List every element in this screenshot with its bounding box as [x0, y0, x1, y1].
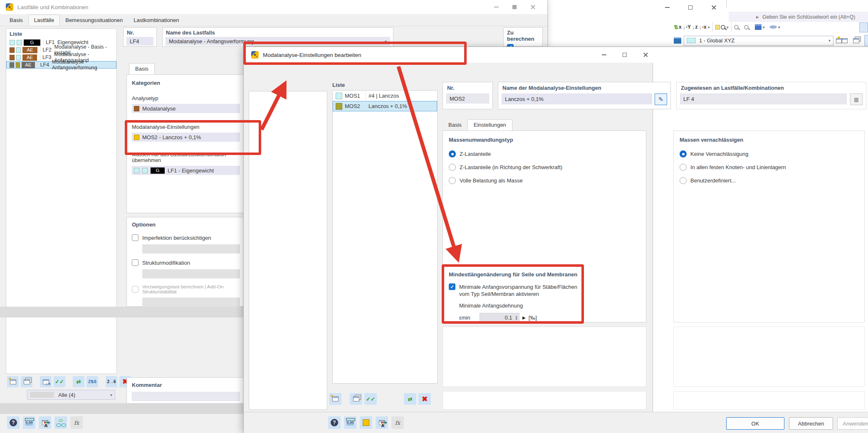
displaysettingsicon[interactable]: A — [376, 416, 388, 429]
list-item[interactable]: MOS1 #4 | Lanczos — [333, 91, 437, 101]
zoom-in-icon[interactable] — [734, 25, 739, 30]
radio-option[interactable]: In allen festen Knoten- und Linienlagern — [680, 164, 858, 171]
radio-option[interactable]: Volle Belastung als Masse — [449, 177, 640, 184]
manage-views-icon[interactable] — [850, 35, 862, 46]
bg-minimize-button[interactable] — [658, 1, 676, 14]
filter-dropdown[interactable]: Alle (4) ▾ — [27, 390, 115, 400]
emin-spinner[interactable]: 0.1 ▲▼ — [480, 313, 519, 322]
dialog-titlebar: Lastfälle und Kombinationen — [0, 0, 547, 14]
views-icon[interactable] — [674, 37, 681, 44]
verzweigungslast-checkbox — [132, 286, 138, 293]
wireframe-model-icon[interactable] — [769, 25, 777, 29]
mos-value[interactable]: MOS2 - Lanczos + 0,1% — [132, 133, 240, 142]
search-strip[interactable]: ▶ Geben Sie ein Schlüsselwort ein (Alt+Q… — [729, 12, 868, 22]
maximize-button[interactable] — [506, 1, 523, 13]
minimize-button[interactable] — [487, 1, 505, 13]
newsettingsicon[interactable]: ✶ — [329, 393, 341, 405]
edge-icon[interactable] — [859, 22, 868, 32]
renumberallicon[interactable]: 2⇅6 — [87, 376, 98, 387]
invertcheckicon[interactable]: ⇄ — [404, 393, 416, 405]
category-color-swatch — [16, 47, 21, 53]
radio-icon — [449, 177, 456, 184]
new-view-icon[interactable]: ✶✶ — [836, 35, 848, 46]
axis-move-icon-mx[interactable]: ↓-x — [699, 24, 707, 30]
radio-option[interactable]: Benutzerdefiniert... — [680, 177, 858, 184]
filter-value: Alle (4) — [58, 392, 106, 398]
chevron-down-icon[interactable]: ▾ — [708, 25, 710, 30]
analysetyp-value[interactable]: Modalanalyse — [132, 104, 240, 113]
invertcheckicon[interactable]: ⇄ — [73, 376, 84, 387]
massen-badge: G — [151, 167, 165, 174]
helpicon[interactable]: ? — [7, 416, 20, 429]
deletesettingsicon[interactable]: ✖ — [418, 393, 431, 405]
colorswatchicon[interactable] — [360, 416, 372, 429]
massen-value[interactable]: G LF1 - Eigengewicht — [132, 166, 240, 175]
unitssettingsicon[interactable]: 0,00 — [344, 416, 356, 429]
basis[interactable]: Basis — [4, 15, 28, 26]
list-item[interactable]: MOS2 Lanczos + 0,1% — [333, 101, 437, 111]
axis-move-icon-z[interactable]: ↓z — [692, 24, 698, 30]
chevron-down-icon[interactable]: ▾ — [763, 25, 765, 30]
ok-button[interactable]: OK — [726, 417, 784, 430]
bemessungssituationen[interactable]: Bemessungssituationen — [60, 15, 128, 26]
minimize-button[interactable] — [595, 49, 613, 61]
kommentar-input[interactable] — [132, 392, 240, 401]
emin-unit: [‰] — [529, 315, 537, 321]
radio-option[interactable]: Z-Lastanteile (in Richtung der Schwerkra… — [449, 164, 640, 171]
copyloadcaseicon[interactable] — [21, 376, 32, 387]
helpicon[interactable]: ? — [328, 416, 341, 429]
unitssettingsicon[interactable]: 0,00 — [23, 416, 35, 429]
close-button[interactable] — [524, 1, 542, 13]
viewport-dropdown[interactable]: 1 - Global XYZ ▾ — [684, 36, 833, 46]
strukturmodifikation-checkbox[interactable] — [132, 259, 138, 266]
zoom-region-icon[interactable] — [715, 25, 725, 30]
spinner-arrows[interactable]: ▲▼ — [514, 315, 519, 320]
einstellungen[interactable]: Einstellungen — [467, 119, 512, 130]
bg-window-corner — [726, 0, 727, 7]
structuretreeicon[interactable] — [54, 416, 67, 429]
lastfälle[interactable]: Lastfälle — [28, 15, 60, 26]
axis-move-icon-mY[interactable]: ↓-Y — [683, 24, 691, 30]
solid-model-icon[interactable] — [755, 24, 762, 30]
newloadcaseicon[interactable]: ✶ — [7, 376, 19, 387]
zoom-out-icon[interactable] — [744, 25, 749, 30]
maximize-button[interactable] — [616, 49, 633, 61]
checkallicon[interactable]: ✓✓ — [54, 376, 65, 387]
loadcase-name-combobox[interactable]: Modalanalyse - Anfangsverformung ▾ — [166, 37, 390, 45]
chevron-down-icon[interactable]: ▾ — [778, 25, 780, 30]
checkallicon[interactable]: ✓✓ — [364, 393, 377, 405]
sub-tab-basis[interactable]: Basis — [129, 63, 155, 74]
axis-move-icon-x[interactable]: ⇅x — [674, 24, 682, 30]
vernachlaessigen-options: Keine Vernachlässigung In allen festen K… — [680, 150, 858, 184]
dialog2-list-toolbar: ✶✓✓⇄✖ — [329, 393, 431, 405]
displaysettingsicon[interactable]: A — [39, 416, 51, 429]
copysettingsicon[interactable] — [350, 393, 362, 405]
apply-button[interactable]: Anwenden — [837, 417, 868, 430]
basis[interactable]: Basis — [443, 120, 467, 130]
edge-icon-2[interactable] — [864, 35, 868, 46]
radio-icon — [680, 177, 687, 184]
anfangsvorspannung-checkbox[interactable]: ✓ — [449, 283, 455, 290]
bg-close-button[interactable] — [705, 1, 722, 14]
formulaicon[interactable]: fx — [70, 416, 83, 429]
loadcase-name: Modalanalyse - Anfangsverformung — [52, 59, 116, 71]
insertloadcaseicon[interactable]: ↓+ — [40, 376, 52, 387]
expand-arrow-icon[interactable]: ▶ — [522, 315, 526, 320]
dialog2-name-field[interactable]: Lanczos + 0,1% — [502, 93, 652, 104]
list-item[interactable]: AE LF4 Modalanalyse - Anfangsverformung — [6, 61, 116, 69]
optionen-header: Optionen — [132, 221, 240, 228]
imperfektion-checkbox[interactable] — [132, 234, 138, 241]
chevron-down-icon[interactable]: ▾ — [727, 25, 729, 30]
radio-option[interactable]: Z-Lastanteile — [449, 150, 640, 157]
close-button[interactable] — [637, 49, 654, 61]
radio-option[interactable]: Keine Vernachlässigung — [680, 150, 858, 157]
lastkombinationen[interactable]: Lastkombinationen — [128, 15, 184, 26]
assign-table-button[interactable]: ▦ — [850, 93, 863, 105]
rename-button[interactable]: ✎ — [655, 93, 667, 105]
renumberselectedicon[interactable]: 2→6 — [106, 376, 117, 387]
formulaicon[interactable]: fx — [391, 416, 404, 429]
bg-maximize-button[interactable] — [682, 1, 699, 14]
massen-color-2 — [142, 168, 148, 173]
cancel-button[interactable]: Abbrechen — [789, 417, 833, 430]
zu-berechnen-panel: Zu berechnen ✓ — [503, 27, 543, 47]
